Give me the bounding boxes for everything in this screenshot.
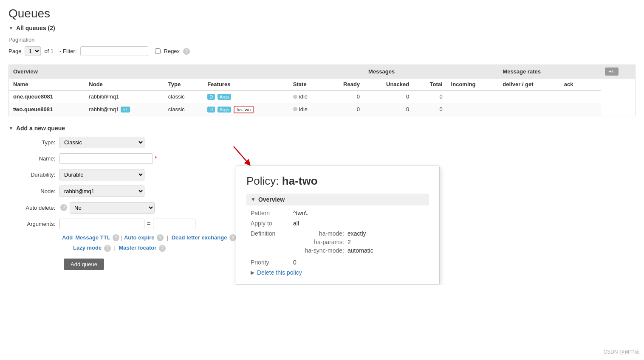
filter-label: - Filter: — [59, 48, 76, 54]
cell-state: idle — [289, 103, 325, 116]
col-name-header: Name — [9, 79, 85, 91]
popup-apply-to-label: Apply to — [251, 220, 293, 227]
durability-select[interactable]: Durable Transient — [59, 169, 144, 180]
popup-pattern-value: ^two\. — [293, 210, 308, 217]
popup-delete-label[interactable]: Delete this policy — [257, 269, 302, 276]
popup-def-row: ha-mode: exactly — [293, 230, 373, 237]
cell-incoming — [447, 90, 499, 103]
master-locator-help-icon[interactable]: ? — [159, 245, 166, 252]
add-queue-button[interactable]: Add queue — [64, 259, 104, 270]
add-queue-triangle-icon: ▼ — [8, 125, 14, 131]
popup-delete-section: ▶ Delete this policy — [246, 269, 429, 276]
page-select[interactable]: 1 — [25, 46, 41, 56]
args-badge[interactable]: Args — [217, 94, 232, 100]
cell-deliver-get — [498, 90, 559, 103]
auto-delete-select[interactable]: No Yes — [70, 202, 155, 214]
msg-ttl-help-icon[interactable]: ? — [113, 234, 119, 241]
cell-ready: 0 — [325, 90, 364, 103]
plus-minus-button[interactable]: +/- — [605, 68, 619, 76]
name-row: Name: * — [8, 153, 636, 164]
msg-ttl-option[interactable]: Message TTL — [75, 234, 110, 241]
popup-box: Policy: ha-two ▼ Overview Pattern ^two\.… — [236, 166, 440, 285]
page-title: Queues — [8, 7, 636, 20]
regex-label: Regex — [164, 48, 180, 54]
queues-table: Overview Messages Message rates +/- Name… — [9, 65, 635, 116]
args-input-right[interactable] — [153, 219, 195, 229]
add-link[interactable]: Add — [62, 234, 73, 241]
d-badge: D — [207, 107, 215, 112]
dead-letter-exchange-option[interactable]: Dead letter exchange — [172, 234, 227, 241]
popup-title: Policy: ha-two — [246, 174, 429, 188]
col-incoming-header: incoming — [447, 79, 499, 91]
messages-group-header: Messages — [364, 65, 498, 79]
table-row: one.queue8081 rabbit@mq1 classic D Args … — [9, 90, 635, 103]
type-select[interactable]: Classic Quorum — [59, 137, 144, 148]
type-label: Type: — [8, 139, 59, 146]
state-indicator: idle — [293, 106, 308, 112]
popup-definition-table: ha-mode: exactly ha-params: 2 ha-sync-mo… — [293, 230, 373, 256]
node-badge: +1 — [121, 107, 130, 112]
popup-pattern-label: Pattern — [251, 210, 293, 217]
message-rates-group-header: Message rates — [498, 65, 601, 79]
col-unacked-header: Unacked — [364, 79, 413, 91]
cell-total: 0 — [413, 103, 446, 116]
auto-expire-help-icon[interactable]: ? — [157, 234, 164, 241]
regex-checkbox[interactable] — [155, 48, 161, 54]
state-dot-icon — [293, 107, 297, 111]
cell-name: two.queue8081 — [9, 103, 85, 116]
table-col-header-row: Name Node Type Features State Ready Unac… — [9, 79, 635, 91]
durability-label: Durability: — [8, 172, 59, 178]
triangle-icon: ▼ — [8, 25, 14, 31]
cell-node: rabbit@mq1 — [85, 90, 164, 103]
policy-popup: Policy: ha-two ▼ Overview Pattern ^two\.… — [236, 166, 440, 285]
popup-apply-to-value: all — [293, 220, 299, 227]
args-badge[interactable]: Args — [217, 107, 232, 112]
regex-help-icon[interactable]: ? — [183, 48, 190, 55]
popup-def-key: ha-mode: — [293, 230, 344, 237]
cell-state: idle — [289, 90, 325, 103]
popup-pattern-row: Pattern ^two\. — [246, 210, 429, 217]
add-queue-header: ▼ Add a new queue — [8, 125, 636, 132]
lazy-mode-help-icon[interactable]: ? — [104, 245, 111, 252]
popup-priority-row: Priority 0 — [246, 259, 429, 266]
name-input[interactable] — [59, 153, 153, 164]
state-col-header — [325, 65, 364, 79]
auto-delete-help-icon[interactable]: ? — [60, 204, 67, 211]
cell-ack — [560, 90, 588, 103]
popup-overview-label: Overview — [258, 196, 285, 203]
popup-def-val: exactly — [347, 230, 366, 237]
cell-features: D Args ha-two — [203, 103, 289, 116]
state-dot-icon — [293, 95, 297, 99]
popup-apply-to-row: Apply to all — [246, 220, 429, 227]
cell-name: one.queue8081 — [9, 90, 85, 103]
filter-input[interactable] — [80, 46, 148, 56]
plus-minus-cell[interactable]: +/- — [601, 65, 635, 79]
popup-def-row: ha-sync-mode: automatic — [293, 247, 373, 254]
cell-unacked: 0 — [364, 90, 413, 103]
d-badge: D — [207, 94, 215, 100]
args-input-left[interactable] — [59, 219, 144, 229]
popup-overview-header: ▼ Overview — [246, 194, 429, 205]
col-features-header: Features — [203, 79, 289, 91]
cell-extra — [588, 103, 601, 116]
popup-def-val: 2 — [347, 239, 351, 245]
ha-badge[interactable]: ha-two — [234, 106, 254, 113]
queue-table-body: one.queue8081 rabbit@mq1 classic D Args … — [9, 90, 635, 116]
col-total-header: Total — [413, 79, 446, 91]
auto-expire-option[interactable]: Auto expire — [124, 234, 155, 241]
node-select[interactable]: rabbit@mq1 — [59, 186, 144, 197]
popup-priority-label: Priority — [251, 259, 293, 266]
popup-definition-row: Definition ha-mode: exactly ha-params: 2… — [246, 230, 429, 256]
queues-table-container: Overview Messages Message rates +/- Name… — [8, 65, 636, 116]
popup-tri-icon: ▼ — [251, 197, 256, 202]
cell-deliver-get — [498, 103, 559, 116]
dead-letter-exchange-help-icon[interactable]: ? — [229, 234, 236, 241]
table-row: two.queue8081 rabbit@mq1 +1 classic D Ar… — [9, 103, 635, 116]
of-text: of 1 — [44, 48, 54, 54]
cell-node: rabbit@mq1 +1 — [85, 103, 164, 116]
popup-def-row: ha-params: 2 — [293, 239, 373, 245]
popup-title-name: ha-two — [282, 174, 318, 187]
col-ready-header: Ready — [325, 79, 364, 91]
lazy-mode-option[interactable]: Lazy mode — [73, 245, 102, 251]
master-locator-option[interactable]: Master locator — [119, 245, 156, 251]
